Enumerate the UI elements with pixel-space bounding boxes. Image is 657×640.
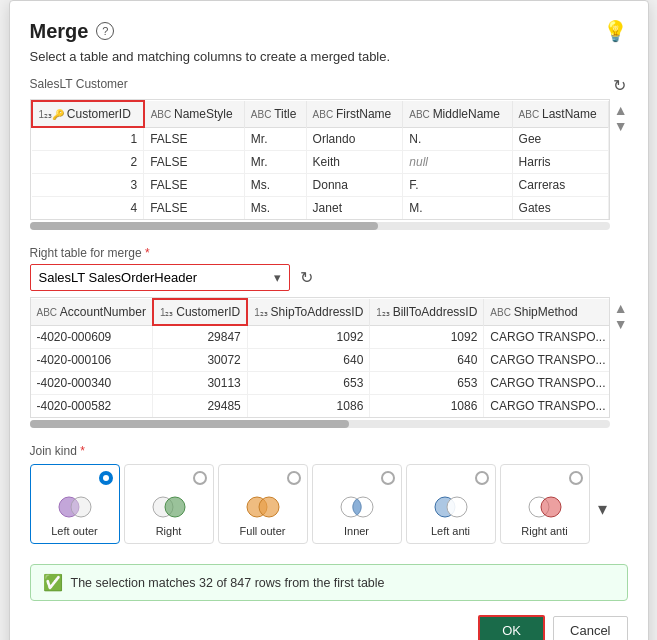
chevron-down-icon: ▾ — [274, 270, 281, 285]
top-table-scrollbar[interactable] — [30, 222, 610, 230]
top-col-middlename[interactable]: ABC MiddleName — [403, 101, 512, 127]
bot-col-customerid[interactable]: 1₂₃ CustomerID — [153, 299, 247, 325]
top-scroll-up[interactable]: ▲ — [614, 103, 628, 117]
join-card-full-outer-label: Full outer — [240, 525, 286, 537]
bot-col-accountnumber[interactable]: ABC AccountNumber — [31, 299, 153, 325]
top-col-lastname[interactable]: ABC LastName — [512, 101, 608, 127]
join-card-right-anti[interactable]: Right anti — [500, 464, 590, 544]
top-table-header-row: SalesLT Customer ↻ — [30, 74, 628, 97]
join-card-left-outer[interactable]: Left outer — [30, 464, 120, 544]
top-table: 1₂₃🔑 CustomerID ABC NameStyle ABC Title … — [31, 100, 609, 219]
join-card-left-anti-label: Left anti — [431, 525, 470, 537]
table-row: 3 FALSE Ms. Donna F. Carreras — [32, 174, 609, 197]
bot-col-billtoaddressid[interactable]: 1₂₃ BillToAddressID — [370, 299, 484, 325]
help-icon[interactable]: ? — [96, 22, 114, 40]
top-scroll-down[interactable]: ▼ — [614, 119, 628, 133]
bot-col-shiptoaddressid[interactable]: 1₂₃ ShipToAddressID — [247, 299, 370, 325]
join-card-right-label: Right — [156, 525, 182, 537]
footer-row: OK Cancel — [30, 615, 628, 640]
dropdown-row: SalesLT SalesOrderHeader ▾ ↻ — [30, 264, 628, 291]
bot-scroll-down[interactable]: ▼ — [614, 317, 628, 331]
join-card-right[interactable]: Right — [124, 464, 214, 544]
table-row: -4020-000582 29485 1086 1086 CARGO TRANS… — [31, 395, 610, 418]
join-card-left-anti[interactable]: Left anti — [406, 464, 496, 544]
svg-point-4 — [165, 497, 185, 517]
join-card-left-outer-label: Left outer — [51, 525, 97, 537]
top-table-refresh-btn[interactable]: ↻ — [611, 74, 628, 97]
join-scroll-right[interactable]: ▾ — [594, 498, 611, 520]
merge-dialog: Merge ? 💡 Select a table and matching co… — [9, 0, 649, 640]
radio-inner — [381, 471, 395, 485]
table-row: 2 FALSE Mr. Keith null Harris — [32, 151, 609, 174]
svg-point-10 — [447, 497, 467, 517]
top-col-title[interactable]: ABC Title — [244, 101, 306, 127]
table-row: 1 FALSE Mr. Orlando N. Gee — [32, 127, 609, 151]
table-row: -4020-000609 29847 1092 1092 CARGO TRANS… — [31, 325, 610, 349]
radio-right — [193, 471, 207, 485]
join-card-right-anti-label: Right anti — [521, 525, 567, 537]
dialog-title: Merge — [30, 20, 89, 43]
success-icon: ✅ — [43, 573, 63, 592]
bot-col-shipmethod[interactable]: ABC ShipMethod — [484, 299, 610, 325]
success-text: The selection matches 32 of 847 rows fro… — [71, 576, 385, 590]
bottom-table-scrollbar[interactable] — [30, 420, 610, 428]
top-col-namestyle[interactable]: ABC NameStyle — [144, 101, 245, 127]
table-row: -4020-000340 30113 653 653 CARGO TRANSPO… — [31, 372, 610, 395]
top-col-customerid[interactable]: 1₂₃🔑 CustomerID — [32, 101, 144, 127]
table-row: -4020-000106 30072 640 640 CARGO TRANSPO… — [31, 349, 610, 372]
cancel-button[interactable]: Cancel — [553, 616, 627, 640]
top-col-firstname[interactable]: ABC FirstName — [306, 101, 403, 127]
venn-inner — [338, 495, 376, 519]
join-card-full-outer[interactable]: Full outer — [218, 464, 308, 544]
top-table-scroll-v: ▲ ▼ — [614, 99, 628, 133]
success-banner: ✅ The selection matches 32 of 847 rows f… — [30, 564, 628, 601]
bottom-table-scroll-v: ▲ ▼ — [614, 297, 628, 331]
svg-point-12 — [541, 497, 561, 517]
bulb-icon[interactable]: 💡 — [603, 19, 628, 43]
bot-scroll-up[interactable]: ▲ — [614, 301, 628, 315]
join-kinds-container: Left outer Right — [30, 464, 590, 544]
join-card-inner[interactable]: Inner — [312, 464, 402, 544]
required-star: * — [145, 246, 150, 260]
bottom-table-refresh-btn[interactable]: ↻ — [298, 266, 315, 289]
venn-left-outer — [56, 495, 94, 519]
top-table-name: SalesLT Customer — [30, 77, 128, 91]
top-table-container: 1₂₃🔑 CustomerID ABC NameStyle ABC Title … — [30, 99, 610, 236]
venn-full-outer — [244, 495, 282, 519]
venn-left-anti — [432, 495, 470, 519]
radio-left-outer — [99, 471, 113, 485]
svg-point-2 — [59, 497, 79, 517]
ok-button[interactable]: OK — [478, 615, 545, 640]
title-area: Merge ? — [30, 20, 115, 43]
bottom-table: ABC AccountNumber 1₂₃ CustomerID 1₂₃ Shi… — [31, 298, 610, 417]
svg-point-6 — [259, 497, 279, 517]
join-kind-label: Join kind * — [30, 444, 628, 458]
dialog-subtitle: Select a table and matching columns to c… — [30, 49, 628, 64]
dialog-header: Merge ? 💡 — [30, 19, 628, 43]
radio-left-anti — [475, 471, 489, 485]
bottom-table-wrapper: ABC AccountNumber 1₂₃ CustomerID 1₂₃ Shi… — [30, 297, 610, 418]
top-table-wrapper: 1₂₃🔑 CustomerID ABC NameStyle ABC Title … — [30, 99, 610, 220]
right-table-dropdown[interactable]: SalesLT SalesOrderHeader ▾ — [30, 264, 290, 291]
right-table-label: Right table for merge * — [30, 246, 628, 260]
radio-full-outer — [287, 471, 301, 485]
radio-right-anti — [569, 471, 583, 485]
venn-right — [150, 495, 188, 519]
table-row: 4 FALSE Ms. Janet M. Gates — [32, 197, 609, 220]
venn-right-anti — [526, 495, 564, 519]
join-card-inner-label: Inner — [344, 525, 369, 537]
right-table-selected: SalesLT SalesOrderHeader — [39, 270, 198, 285]
bottom-table-container: ABC AccountNumber 1₂₃ CustomerID 1₂₃ Shi… — [30, 297, 610, 434]
